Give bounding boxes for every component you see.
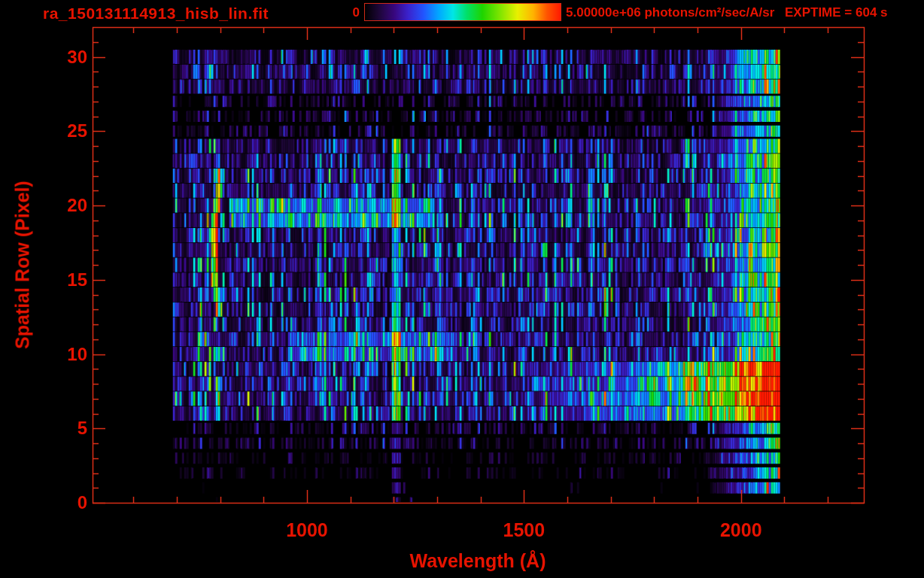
y-tick-label: 0 — [47, 491, 87, 514]
x-tick-label: 1500 — [479, 519, 569, 541]
x-tick-label: 1000 — [262, 519, 352, 541]
colorbar-min-label: 0 — [340, 5, 360, 20]
y-tick-label: 15 — [47, 269, 87, 291]
file-title: ra_150131114913_hisb_lin.fit — [43, 5, 269, 23]
y-axis-title: Spatial Row (Pixel) — [12, 181, 34, 349]
colorbar-max-label: 5.00000e+06 photons/cm²/sec/A/sr — [566, 5, 774, 20]
colorbar-gradient — [364, 3, 561, 21]
y-tick-label: 10 — [47, 343, 87, 366]
exptime-label: EXPTIME = 604 s — [785, 5, 888, 20]
spectrogram-plot-canvas — [0, 0, 924, 578]
y-tick-label: 20 — [47, 194, 87, 217]
x-tick-label: 2000 — [696, 519, 786, 541]
x-axis-title: Wavelength (Å) — [327, 550, 628, 572]
y-tick-label: 5 — [47, 417, 87, 440]
y-tick-label: 25 — [47, 120, 87, 142]
spectrogram-window: ra_150131114913_hisb_lin.fit 0 5.00000e+… — [0, 0, 924, 578]
y-tick-label: 30 — [47, 46, 87, 68]
